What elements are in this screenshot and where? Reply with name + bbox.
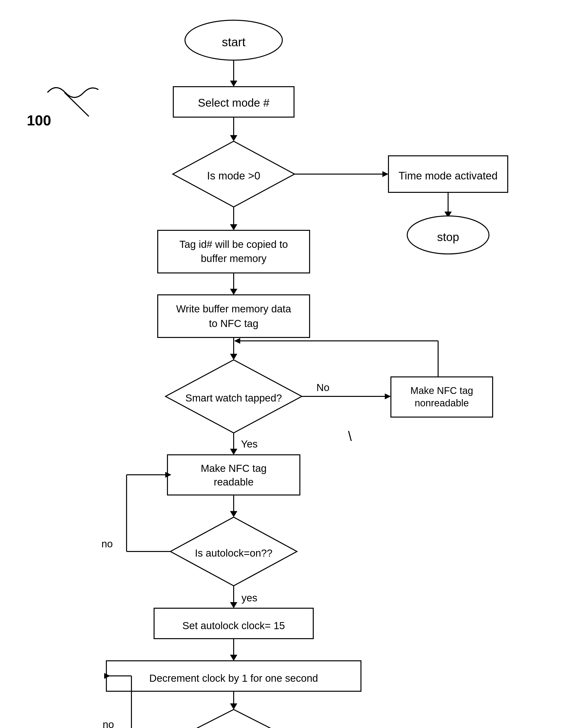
select-mode-text: Select mode # (198, 96, 269, 109)
stop-text: stop (437, 231, 459, 243)
backslash-decoration: \ (348, 428, 352, 444)
tag-id-text2: buffer memory (201, 253, 266, 264)
autolock-text: Is autolock=on?? (195, 547, 272, 559)
nfc-readable-text1: Make NFC tag (201, 462, 267, 474)
diagram-number: 100 (27, 112, 51, 128)
svg-rect-174 (158, 230, 310, 273)
no-label-sw: No (316, 382, 330, 393)
nfc-readable-text2: readable (214, 476, 253, 488)
start-text: start (222, 35, 245, 49)
svg-rect-189 (167, 455, 300, 495)
is-mode-text: Is mode >0 (207, 170, 260, 182)
smart-watch-text: Smart watch tapped? (186, 392, 282, 404)
set-autolock-text: Set autolock clock= 15 (182, 620, 285, 631)
time-mode-text: Time mode activated (399, 170, 498, 182)
nfc-nonreadable-text2: nonreadable (415, 398, 469, 408)
no-label-ck: no (103, 719, 114, 728)
no-label-al: no (102, 538, 113, 549)
tag-id-text1: Tag id# will be copied to (180, 239, 288, 250)
yes-label-sw: Yes (241, 438, 258, 450)
svg-rect-186 (391, 377, 493, 417)
svg-rect-177 (158, 295, 310, 337)
write-buffer-text1: Write buffer memory data (176, 303, 291, 315)
decrement-text: Decrement clock by 1 for one second (149, 672, 318, 684)
nfc-nonreadable-text1: Make NFC tag (410, 385, 473, 396)
yes-label-al: yes (241, 592, 257, 604)
write-buffer-text2: to NFC tag (209, 318, 258, 329)
